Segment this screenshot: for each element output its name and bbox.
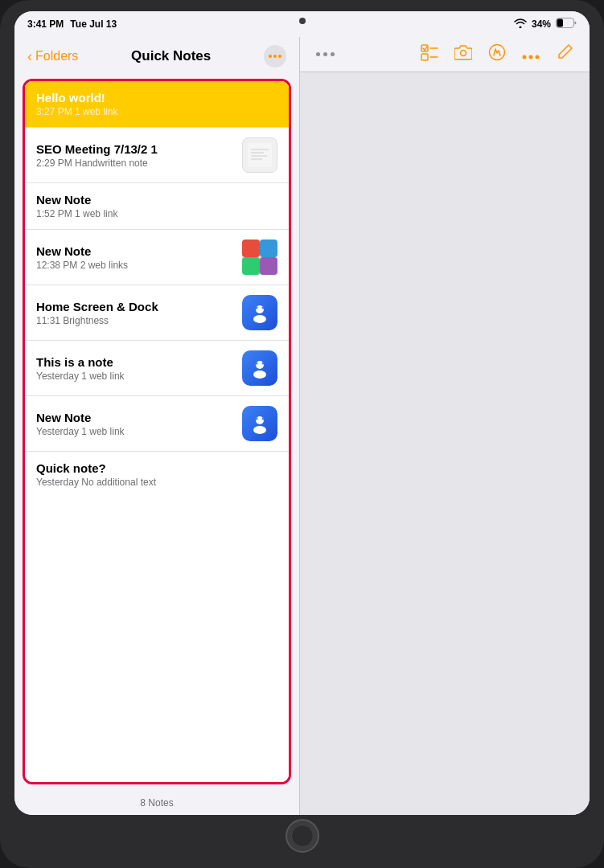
note-thumbnail	[242, 240, 277, 275]
svg-point-16	[253, 315, 266, 323]
more-options-icon[interactable]	[522, 45, 540, 63]
svg-point-4	[278, 55, 281, 58]
toolbar-dots	[316, 52, 335, 56]
note-meta: 12:38 PM 2 web links	[36, 260, 234, 271]
svg-rect-12	[260, 240, 277, 257]
ipad-screen: 3:41 PM Tue Jul 13 34%	[14, 11, 590, 815]
svg-point-17	[256, 307, 258, 309]
svg-point-35	[523, 55, 527, 59]
date-display: Tue Jul 13	[70, 18, 117, 30]
note-text: New Note 12:38 PM 2 web links	[36, 244, 234, 271]
sidebar-header: ‹ Folders Quick Notes	[14, 37, 299, 74]
checklist-icon[interactable]	[421, 43, 438, 65]
note-meta: Yesterday 1 web link	[36, 426, 234, 437]
markup-icon[interactable]	[488, 43, 506, 65]
note-title: This is a note	[36, 355, 234, 369]
notes-editor	[300, 37, 590, 815]
svg-point-2	[269, 55, 272, 58]
note-title: Hello world!	[36, 91, 277, 104]
svg-point-37	[536, 55, 540, 59]
back-chevron-icon: ‹	[27, 48, 32, 65]
note-text: Hello world! 3:27 PM 1 web link	[36, 91, 277, 117]
note-title: New Note	[36, 193, 277, 207]
status-bar: 3:41 PM Tue Jul 13 34%	[14, 11, 590, 37]
note-text: New Note Yesterday 1 web link	[36, 411, 234, 437]
note-item[interactable]: Quick note? Yesterday No additional text	[25, 452, 289, 497]
dot-2	[323, 52, 327, 56]
svg-rect-11	[242, 240, 260, 257]
svg-rect-14	[260, 257, 277, 275]
camera-icon[interactable]	[454, 44, 472, 64]
note-title: Quick note?	[36, 461, 277, 475]
svg-rect-13	[242, 257, 260, 275]
note-title: New Note	[36, 244, 234, 258]
note-text: Quick note? Yesterday No additional text	[36, 461, 277, 488]
battery-display: 34%	[532, 18, 551, 30]
app-content: ‹ Folders Quick Notes	[14, 37, 590, 815]
notes-sidebar: ‹ Folders Quick Notes	[14, 37, 300, 815]
status-left: 3:41 PM Tue Jul 13	[27, 18, 117, 30]
note-item[interactable]: New Note Yesterday 1 web link	[25, 396, 289, 452]
svg-point-36	[529, 55, 533, 59]
note-meta: 2:29 PM Handwritten note	[36, 158, 234, 169]
notes-count: 8 Notes	[14, 791, 299, 815]
note-item[interactable]: Home Screen & Dock 11:31 Brightness	[25, 285, 289, 341]
svg-point-22	[262, 362, 265, 365]
dot-1	[316, 52, 320, 56]
svg-line-29	[425, 47, 427, 51]
svg-rect-31	[421, 54, 428, 60]
home-button[interactable]	[286, 819, 319, 853]
svg-point-3	[273, 55, 277, 58]
note-meta: 1:52 PM 1 web link	[36, 208, 277, 219]
note-item[interactable]: This is a note Yesterday 1 web link	[25, 341, 289, 396]
note-meta: Yesterday 1 web link	[36, 371, 234, 382]
note-text: New Note 1:52 PM 1 web link	[36, 193, 277, 219]
battery-icon	[556, 18, 577, 31]
note-title: SEO Meeting 7/13/2 1	[36, 142, 234, 156]
dot-3	[331, 52, 335, 56]
toolbar-actions	[421, 43, 573, 65]
svg-point-25	[256, 418, 258, 420]
svg-point-21	[256, 362, 258, 365]
editor-body[interactable]	[300, 72, 590, 815]
note-meta: 3:27 PM 1 web link	[36, 106, 277, 117]
editor-toolbar	[300, 37, 590, 72]
more-button[interactable]	[264, 45, 286, 68]
svg-rect-5	[248, 143, 272, 167]
note-item[interactable]: SEO Meeting 7/13/2 1 2:29 PM Handwritten…	[25, 128, 289, 183]
svg-rect-1	[557, 19, 564, 27]
status-right: 34%	[514, 18, 577, 31]
note-meta: Yesterday No additional text	[36, 477, 277, 488]
svg-point-33	[461, 51, 466, 56]
note-item[interactable]: Hello world! 3:27 PM 1 web link	[25, 81, 289, 128]
note-thumbnail	[242, 137, 277, 173]
compose-icon[interactable]	[556, 43, 573, 65]
notes-list-container: Hello world! 3:27 PM 1 web link SEO Meet…	[23, 79, 291, 784]
home-button-inner	[291, 825, 314, 847]
home-button-area	[286, 815, 319, 857]
svg-point-24	[253, 426, 266, 434]
back-label: Folders	[35, 49, 78, 63]
svg-point-20	[253, 371, 266, 379]
time-display: 3:41 PM	[27, 18, 64, 30]
note-text: SEO Meeting 7/13/2 1 2:29 PM Handwritten…	[36, 142, 234, 169]
note-title: Home Screen & Dock	[36, 300, 234, 313]
ipad-frame: 3:41 PM Tue Jul 13 34%	[0, 0, 604, 868]
note-thumbnail	[242, 295, 277, 330]
wifi-icon	[514, 18, 527, 31]
svg-point-23	[256, 416, 264, 424]
note-item[interactable]: New Note 1:52 PM 1 web link	[25, 183, 289, 230]
note-meta: 11:31 Brightness	[36, 315, 234, 326]
page-title: Quick Notes	[131, 48, 211, 64]
note-title: New Note	[36, 411, 234, 424]
svg-point-26	[262, 418, 265, 420]
notes-list: Hello world! 3:27 PM 1 web link SEO Meet…	[25, 81, 289, 782]
back-button[interactable]: ‹ Folders	[27, 48, 78, 65]
svg-point-18	[262, 307, 265, 309]
note-thumbnail	[242, 350, 277, 386]
note-text: This is a note Yesterday 1 web link	[36, 355, 234, 382]
note-thumbnail	[242, 406, 277, 441]
note-text: Home Screen & Dock 11:31 Brightness	[36, 300, 234, 326]
note-item[interactable]: New Note 12:38 PM 2 web links	[25, 230, 289, 285]
camera-dot	[299, 18, 306, 24]
